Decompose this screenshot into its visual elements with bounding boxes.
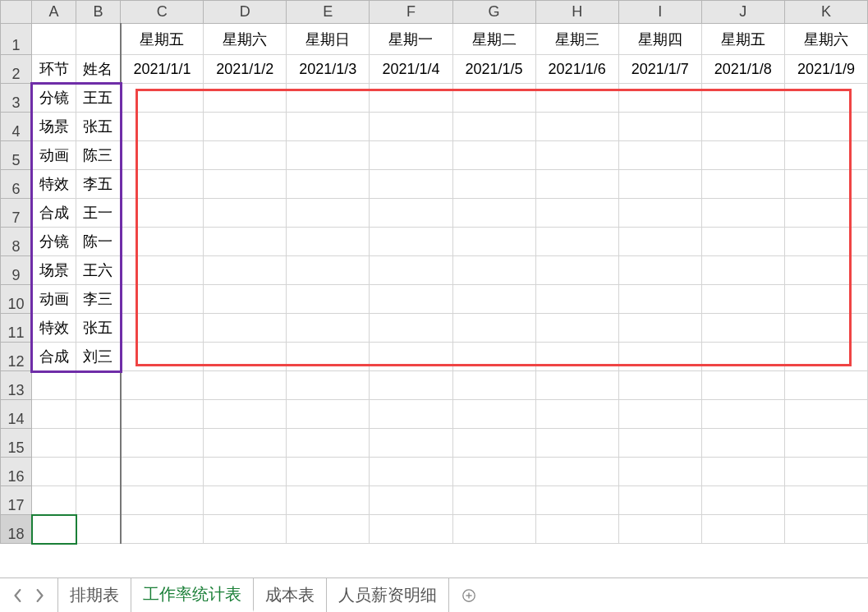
cell[interactable] — [204, 285, 287, 314]
cell[interactable] — [618, 84, 701, 113]
cell[interactable] — [121, 429, 204, 458]
cell[interactable]: 王六 — [76, 256, 121, 285]
tab-scroll-prev-icon[interactable] — [11, 587, 25, 604]
cell[interactable] — [701, 113, 784, 141]
cell[interactable]: 王一 — [76, 199, 121, 228]
cell[interactable]: 星期五 — [701, 24, 784, 55]
cell[interactable] — [204, 228, 287, 256]
cell[interactable] — [32, 400, 76, 429]
cell[interactable] — [452, 141, 535, 170]
col-header-G[interactable]: G — [452, 1, 535, 24]
row-header[interactable]: 2 — [1, 55, 32, 84]
cell[interactable] — [452, 84, 535, 113]
cell[interactable] — [784, 285, 867, 314]
cell[interactable]: 特效 — [32, 314, 76, 343]
row-header[interactable]: 5 — [1, 141, 32, 170]
cell[interactable] — [370, 141, 452, 170]
cell[interactable] — [204, 113, 287, 141]
cell[interactable] — [452, 371, 535, 400]
cell[interactable] — [121, 343, 204, 371]
row-header[interactable]: 18 — [1, 515, 32, 544]
cell[interactable]: 2021/1/4 — [370, 55, 452, 84]
cell[interactable] — [370, 199, 452, 228]
cell[interactable] — [535, 285, 618, 314]
cell[interactable] — [784, 515, 867, 544]
cell[interactable] — [535, 84, 618, 113]
cell[interactable] — [535, 113, 618, 141]
cell[interactable] — [701, 400, 784, 429]
cell[interactable]: 分镜 — [32, 84, 76, 113]
cell[interactable]: 2021/1/7 — [618, 55, 701, 84]
cell[interactable] — [32, 486, 76, 515]
sheet-tab[interactable]: 人员薪资明细 — [327, 578, 449, 612]
select-all-corner[interactable] — [1, 1, 32, 24]
cell[interactable] — [535, 458, 618, 486]
col-header-A[interactable]: A — [32, 1, 76, 24]
cell[interactable] — [370, 113, 452, 141]
row-header[interactable]: 13 — [1, 371, 32, 400]
cell[interactable] — [32, 24, 76, 55]
sheet-tab[interactable]: 工作率统计表 — [131, 578, 254, 612]
cell[interactable]: 特效 — [32, 170, 76, 199]
add-sheet-button[interactable] — [449, 578, 489, 612]
cell[interactable] — [204, 371, 287, 400]
cell[interactable] — [121, 170, 204, 199]
sheet-grid[interactable]: A B C D E F G H I J K 1星期五星期六星期日星期一星期二星期… — [0, 0, 868, 578]
cell[interactable] — [204, 199, 287, 228]
col-header-D[interactable]: D — [204, 1, 287, 24]
cell[interactable] — [121, 400, 204, 429]
cell[interactable] — [370, 515, 452, 544]
cell[interactable] — [204, 141, 287, 170]
cell[interactable] — [287, 400, 370, 429]
cell[interactable] — [452, 228, 535, 256]
cell[interactable] — [618, 400, 701, 429]
cell[interactable] — [204, 343, 287, 371]
row-header[interactable]: 17 — [1, 486, 32, 515]
cell[interactable] — [701, 141, 784, 170]
cell[interactable]: 动画 — [32, 141, 76, 170]
cell[interactable] — [784, 256, 867, 285]
cell[interactable]: 刘三 — [76, 343, 121, 371]
cell[interactable]: 姓名 — [76, 55, 121, 84]
cell[interactable]: 动画 — [32, 285, 76, 314]
cell[interactable] — [121, 486, 204, 515]
cell[interactable] — [701, 285, 784, 314]
cell[interactable] — [618, 429, 701, 458]
cell[interactable] — [618, 515, 701, 544]
cell[interactable] — [287, 371, 370, 400]
cell[interactable]: 2021/1/8 — [701, 55, 784, 84]
cell[interactable] — [287, 343, 370, 371]
cell[interactable] — [784, 429, 867, 458]
cell[interactable] — [452, 170, 535, 199]
cell[interactable] — [452, 343, 535, 371]
cell[interactable] — [204, 458, 287, 486]
cell[interactable]: 2021/1/2 — [204, 55, 287, 84]
cell[interactable] — [784, 314, 867, 343]
cell[interactable] — [452, 515, 535, 544]
cell[interactable] — [287, 199, 370, 228]
row-header[interactable]: 1 — [1, 24, 32, 55]
cell[interactable] — [121, 285, 204, 314]
cell[interactable]: 分镜 — [32, 228, 76, 256]
cell[interactable]: 场景 — [32, 256, 76, 285]
cell[interactable] — [701, 228, 784, 256]
cell[interactable] — [76, 400, 121, 429]
row-header[interactable]: 11 — [1, 314, 32, 343]
cell[interactable]: 2021/1/5 — [452, 55, 535, 84]
cell[interactable] — [535, 515, 618, 544]
cell[interactable]: 星期二 — [452, 24, 535, 55]
cell[interactable] — [287, 84, 370, 113]
cell[interactable] — [121, 84, 204, 113]
cell[interactable] — [32, 429, 76, 458]
cell[interactable] — [535, 199, 618, 228]
cell[interactable] — [784, 343, 867, 371]
cell[interactable] — [784, 84, 867, 113]
row-header[interactable]: 14 — [1, 400, 32, 429]
cell[interactable] — [701, 84, 784, 113]
cell[interactable] — [121, 256, 204, 285]
col-header-B[interactable]: B — [76, 1, 121, 24]
cell[interactable] — [121, 141, 204, 170]
col-header-C[interactable]: C — [121, 1, 204, 24]
cell[interactable]: 陈一 — [76, 228, 121, 256]
cell[interactable]: 星期六 — [204, 24, 287, 55]
